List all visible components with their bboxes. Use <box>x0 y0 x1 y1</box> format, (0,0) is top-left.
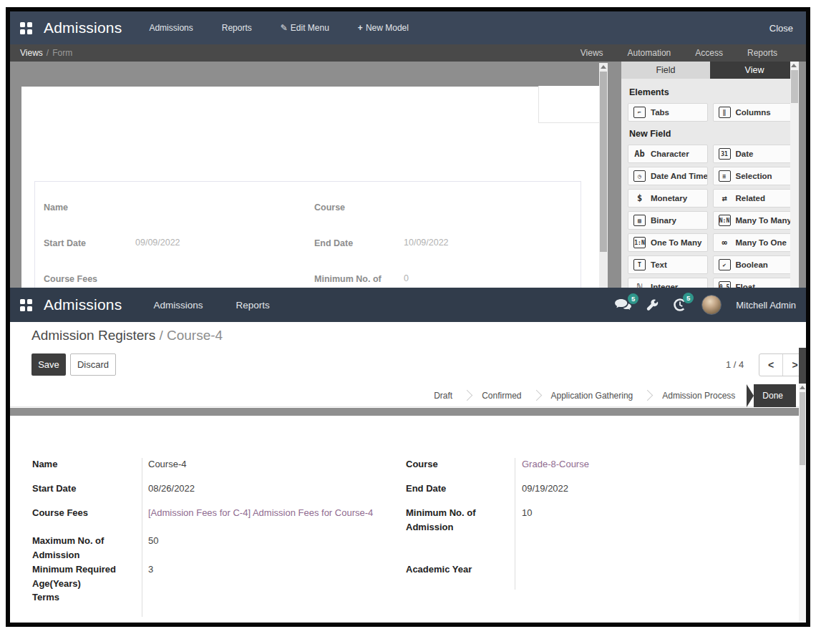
studio-sidebar: Field View Elements ⌐Tabs ‖Columns New F… <box>621 62 799 288</box>
studio-tab-access[interactable]: Access <box>695 48 723 58</box>
new-field-float-button[interactable]: 0.5Float <box>713 278 793 288</box>
scroll-up-arrow-icon <box>800 386 805 389</box>
pager-previous-button[interactable]: < <box>759 354 783 376</box>
stage-admission-process[interactable]: Admission Process <box>658 391 739 401</box>
record-breadcrumb: Admission Registers / Course-4 <box>31 328 223 343</box>
record-form: Name Course-4 Course Grade-8-Course Star… <box>10 416 799 623</box>
apps-grid-icon[interactable] <box>20 22 32 34</box>
content-divider-strip <box>10 408 806 416</box>
min-required-age-field-value[interactable]: 3 <box>148 562 153 577</box>
end-date-field-value[interactable]: 09/19/2022 <box>522 482 568 496</box>
messages-icon[interactable]: 5 <box>614 298 632 312</box>
preview-end-date-value[interactable]: 10/09/2022 <box>404 238 449 248</box>
new-field-one2many-button[interactable]: 1:NOne To Many <box>628 233 708 252</box>
stage-draft[interactable]: Draft <box>429 391 457 401</box>
new-field-related-button[interactable]: ⇄Related <box>713 189 793 208</box>
stage-application-gathering[interactable]: Application Gathering <box>547 391 638 401</box>
end-date-field-label: End Date <box>406 482 515 496</box>
breadcrumb-parent[interactable]: Admission Registers <box>31 328 155 343</box>
new-field-many2one-button[interactable]: ∞Many To One <box>713 233 793 252</box>
new-field-datetime-button[interactable]: ◷Date And Time <box>628 167 708 185</box>
calendar-icon: 31 <box>719 148 731 160</box>
sidebar-tab-view[interactable]: View <box>710 62 799 79</box>
app-menu-reports[interactable]: Reports <box>235 300 269 311</box>
preview-min-admission-label[interactable]: Minimum No. of Admission <box>314 273 394 288</box>
app-scrollbar[interactable] <box>799 348 806 623</box>
editor-scrollbar[interactable] <box>599 63 608 288</box>
active-stage-arrow-icon <box>747 384 754 407</box>
new-field-character-button[interactable]: AbCharacter <box>628 145 708 163</box>
sidebar-scrollbar-thumb[interactable] <box>791 70 798 103</box>
app-menu-admissions[interactable]: Admissions <box>153 300 203 311</box>
save-button[interactable]: Save <box>31 353 66 376</box>
preview-end-date-label[interactable]: End Date <box>314 238 399 250</box>
text-document-icon: T <box>633 259 646 270</box>
discard-button[interactable]: Discard <box>70 353 116 376</box>
studio-close-button[interactable]: Close <box>769 23 793 34</box>
preview-min-admission-value[interactable]: 0 <box>404 273 409 283</box>
name-field-label: Name <box>32 457 141 472</box>
float-decimal-icon: 0.5 <box>719 281 731 288</box>
start-date-field-label: Start Date <box>32 482 141 496</box>
new-model-button[interactable]: +New Model <box>358 23 409 33</box>
sidebar-tab-field[interactable]: Field <box>621 62 710 79</box>
user-name[interactable]: Mitchell Admin <box>736 300 796 311</box>
element-tabs-button[interactable]: ⌐Tabs <box>628 103 708 122</box>
min-admission-field-value[interactable]: 10 <box>522 506 532 520</box>
studio-menu-reports[interactable]: Reports <box>222 23 252 33</box>
course-field-value[interactable]: Grade-8-Course <box>522 457 589 472</box>
editor-scrollbar-thumb[interactable] <box>600 72 607 252</box>
apps-grid-icon[interactable] <box>20 299 32 311</box>
wrench-icon[interactable] <box>646 299 659 311</box>
app-scrollbar-thumb-dark[interactable] <box>799 348 806 384</box>
preview-course-fees-label[interactable]: Course Fees <box>44 273 128 286</box>
studio-menu-admissions[interactable]: Admissions <box>149 23 193 33</box>
chevron-separator-icon <box>530 390 542 401</box>
name-field-value[interactable]: Course-4 <box>148 457 186 472</box>
element-columns-button[interactable]: ‖Columns <box>713 103 793 122</box>
max-admission-field-value[interactable]: 50 <box>148 534 158 548</box>
app-window: Admissions Admissions Reports 5 5 Mitch <box>10 288 806 623</box>
new-field-text-button[interactable]: TText <box>628 255 708 274</box>
course-field-label: Course <box>406 457 515 472</box>
new-field-section-title: New Field <box>629 129 792 139</box>
studio-tab-reports[interactable]: Reports <box>747 48 777 58</box>
course-fees-field-label: Course Fees <box>32 506 141 520</box>
preview-course-label[interactable]: Course <box>314 202 399 214</box>
course-fees-field-value[interactable]: [Admission Fees for C-4] Admission Fees … <box>148 506 373 520</box>
new-field-boolean-button[interactable]: ✔Boolean <box>713 255 793 274</box>
new-field-selection-button[interactable]: ≡Selection <box>713 167 793 185</box>
studio-tab-views[interactable]: Views <box>581 48 603 58</box>
app-scrollbar-thumb[interactable] <box>800 392 805 465</box>
studio-tab-automation[interactable]: Automation <box>628 48 671 58</box>
stage-confirmed[interactable]: Confirmed <box>477 391 525 401</box>
new-field-binary-button[interactable]: ▨Binary <box>628 211 708 230</box>
app-navbar: Admissions Admissions Reports 5 5 Mitch <box>10 288 806 322</box>
breadcrumb-views[interactable]: Views <box>20 48 43 58</box>
chevron-separator-icon <box>462 390 473 401</box>
start-date-field-value[interactable]: 08/26/2022 <box>148 482 195 496</box>
related-arrows-icon: ⇄ <box>719 192 731 204</box>
studio-navbar: Admissions Admissions Reports ✎Edit Menu… <box>10 11 806 44</box>
chain-link-icon: ∞ <box>719 237 731 248</box>
new-field-monetary-button[interactable]: $Monetary <box>628 189 708 208</box>
studio-window: Admissions Admissions Reports ✎Edit Menu… <box>10 11 806 288</box>
edit-menu-button[interactable]: ✎Edit Menu <box>281 23 329 33</box>
many2many-icon: N:N <box>719 215 731 226</box>
plus-icon: + <box>358 23 363 33</box>
pager-counter: 1 / 4 <box>726 359 744 370</box>
integer-n-icon: ℕ <box>633 281 646 288</box>
money-bag-icon: $ <box>633 192 646 204</box>
user-avatar[interactable] <box>701 295 722 315</box>
sidebar-scrollbar[interactable] <box>790 62 799 288</box>
preview-start-date-value[interactable]: 09/09/2022 <box>135 238 180 248</box>
new-field-integer-button[interactable]: ℕInteger <box>628 278 708 288</box>
preview-name-label[interactable]: Name <box>44 202 128 214</box>
stage-done-active[interactable]: Done <box>754 384 796 407</box>
new-field-date-button[interactable]: 31Date <box>713 145 793 163</box>
studio-app-brand: Admissions <box>44 19 122 36</box>
new-field-many2many-button[interactable]: N:NMany To Many <box>713 211 793 230</box>
preview-start-date-label[interactable]: Start Date <box>44 238 128 250</box>
scroll-up-arrow-icon <box>791 64 797 67</box>
activities-clock-icon[interactable]: 5 <box>673 298 687 312</box>
